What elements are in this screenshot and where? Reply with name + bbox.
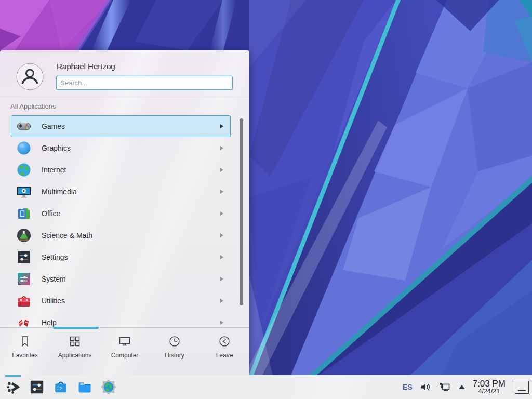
- submenu-arrow-icon: [220, 233, 223, 237]
- tab-computer[interactable]: Computer: [100, 328, 150, 375]
- menu-item-office[interactable]: Office: [11, 203, 231, 224]
- favorites-icon: [18, 335, 32, 348]
- show-desktop-button[interactable]: [515, 381, 529, 394]
- category-list: Games Graphics Internet: [0, 115, 249, 327]
- history-icon: [168, 335, 181, 348]
- launcher-header: Raphael Hertzog: [0, 50, 249, 96]
- tab-label: Leave: [216, 352, 233, 359]
- menu-item-label: Internet: [42, 166, 66, 174]
- application-launcher-menu: Raphael Hertzog All Applications Games: [0, 50, 249, 375]
- help-icon: [16, 314, 32, 327]
- menu-item-label: Games: [42, 122, 65, 130]
- utilities-icon: [16, 292, 32, 309]
- clock-date: 4/24/21: [478, 388, 500, 395]
- applications-icon: [68, 335, 82, 348]
- leave-icon: [218, 335, 231, 348]
- menu-item-graphics[interactable]: Graphics: [11, 137, 231, 159]
- menu-item-internet[interactable]: Internet: [11, 159, 231, 181]
- submenu-arrow-icon: [220, 124, 223, 128]
- menu-item-label: Help: [42, 318, 57, 327]
- menu-item-label: Science & Math: [42, 231, 92, 240]
- office-icon: [16, 205, 32, 222]
- menu-item-label: Multimedia: [42, 188, 77, 196]
- digital-clock[interactable]: 7:03 PM 4/24/21: [473, 379, 506, 395]
- search-input[interactable]: [56, 76, 233, 90]
- web-browser-button[interactable]: [100, 378, 117, 396]
- network-icon[interactable]: [438, 381, 451, 393]
- submenu-arrow-icon: [220, 277, 223, 281]
- internet-icon: [16, 162, 32, 178]
- menu-item-label: Settings: [42, 253, 68, 261]
- menu-item-games[interactable]: Games: [11, 115, 231, 137]
- web-browser-icon: [101, 379, 116, 395]
- keyboard-layout-indicator[interactable]: ES: [403, 383, 413, 391]
- submenu-arrow-icon: [220, 168, 223, 172]
- menu-item-label: Utilities: [42, 297, 65, 305]
- kde-launcher-button[interactable]: [4, 378, 22, 396]
- menu-item-settings[interactable]: Settings: [11, 246, 231, 268]
- science-icon: [16, 227, 32, 244]
- graphics-icon: [16, 140, 32, 156]
- menu-item-utilities[interactable]: Utilities: [11, 290, 231, 312]
- file-manager-icon: [77, 379, 92, 395]
- clock-time: 7:03 PM: [473, 379, 506, 389]
- discover-button[interactable]: [52, 378, 70, 396]
- submenu-arrow-icon: [220, 299, 223, 303]
- system-tray: ES 7:03 PM 4/24/21: [403, 379, 529, 395]
- menu-item-multimedia[interactable]: Multimedia: [11, 181, 231, 203]
- submenu-arrow-icon: [220, 255, 223, 259]
- submenu-arrow-icon: [220, 146, 223, 150]
- submenu-arrow-icon: [220, 211, 223, 216]
- tab-applications[interactable]: Applications: [50, 328, 100, 375]
- tab-label: History: [165, 352, 184, 359]
- tab-leave[interactable]: Leave: [200, 328, 249, 375]
- system-settings-button[interactable]: [28, 378, 46, 396]
- computer-icon: [118, 335, 131, 348]
- tab-label: Computer: [111, 352, 139, 359]
- menu-item-label: Office: [42, 209, 60, 218]
- user-avatar-icon[interactable]: [16, 63, 44, 90]
- selected-tab-indicator: [53, 327, 99, 329]
- scrollbar-thumb[interactable]: [240, 118, 243, 305]
- user-name: Raphael Hertzog: [57, 62, 115, 71]
- menu-item-label: System: [42, 275, 66, 283]
- tab-label: Applications: [58, 352, 92, 359]
- menu-item-science-math[interactable]: Science & Math: [11, 224, 231, 246]
- tab-label: Favorites: [12, 352, 37, 359]
- menu-item-help[interactable]: Help: [11, 312, 231, 327]
- launcher-tab-bar: Favorites Applications Computer His: [0, 327, 249, 375]
- submenu-arrow-icon: [220, 190, 223, 194]
- section-label: All Applications: [10, 102, 56, 110]
- expand-tray-icon[interactable]: [458, 384, 466, 390]
- kde-launcher-icon: [5, 379, 21, 395]
- system-icon: [16, 271, 32, 287]
- tab-history[interactable]: History: [150, 328, 200, 375]
- text-caret: [60, 79, 60, 87]
- submenu-arrow-icon: [220, 321, 223, 325]
- taskbar-panel: ES 7:03 PM 4/24/21: [0, 375, 532, 399]
- system-settings-icon: [29, 379, 45, 395]
- menu-item-label: Graphics: [42, 144, 71, 152]
- file-manager-button[interactable]: [76, 378, 94, 396]
- active-task-indicator: [5, 375, 21, 377]
- multimedia-icon: [16, 183, 32, 200]
- menu-item-system[interactable]: System: [11, 268, 231, 290]
- volume-icon[interactable]: [420, 381, 431, 393]
- discover-icon: [53, 379, 69, 395]
- tab-favorites[interactable]: Favorites: [0, 328, 50, 375]
- settings-icon: [16, 249, 32, 265]
- games-icon: [16, 118, 32, 135]
